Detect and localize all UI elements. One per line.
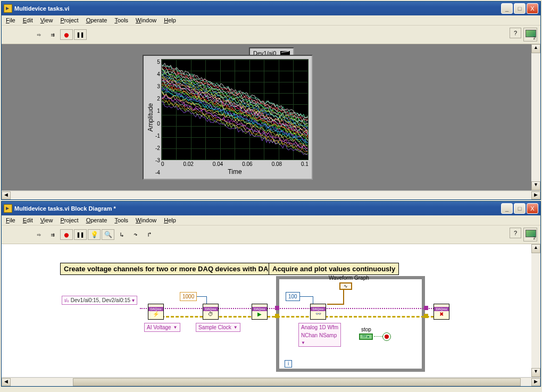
diagram-horizontal-scrollbar[interactable]: ◀ ▶ [2,377,540,386]
loop-tunnel-error-out [424,314,428,318]
daqmx-start-task-node[interactable]: DAQmx▶ [252,304,268,320]
minimize-button[interactable]: _ [501,203,513,214]
block-diagram[interactable]: Create voltage channels for two or more … [2,244,540,377]
daqmx-read-node[interactable]: DAQmx👓 [310,304,326,320]
front-panel: Dev1/ai0 Amplitude 543210-1-2-3-4 00.020… [2,44,540,190]
front-panel-window: Multidevice tasks.vi _ □ X File Edit Vie… [1,1,541,200]
scroll-up-icon[interactable]: ▲ [531,44,540,53]
window-title: Multidevice tasks.vi Block Diagram * [14,205,501,212]
menubar: File Edit View Project Operate Tools Win… [2,215,540,226]
stop-wire [374,336,382,337]
step-into-button[interactable]: ↳ [115,229,128,240]
highlight-exec-button[interactable]: 💡 [88,229,101,240]
menu-tools[interactable]: Tools [114,17,128,23]
menu-help[interactable]: Help [164,17,176,23]
run-button[interactable]: ⇨ [32,229,45,240]
daqmx-clear-task-node[interactable]: DAQmx✖ [433,304,449,320]
scroll-right-icon[interactable]: ▶ [531,378,540,386]
waveform-wire-h [327,304,343,305]
abort-button[interactable]: ● [60,29,73,40]
timing-selector[interactable]: Sample Clock [196,323,240,332]
menu-view[interactable]: View [40,17,53,23]
y-axis-label: Amplitude [147,103,154,131]
waveform-graph-terminal[interactable]: ∿ [339,282,352,290]
loop-condition-icon[interactable] [382,332,391,341]
menu-window[interactable]: Window [136,217,156,223]
run-continuous-button[interactable]: ⇉ [46,229,59,240]
menu-project[interactable]: Project [60,17,78,23]
scroll-left-icon[interactable]: ◀ [2,378,11,386]
daqmx-create-channel-node[interactable]: DAQmx⚡ [148,304,164,320]
vi-file-icon [4,4,12,13]
window-title: Multidevice tasks.vi [14,5,501,12]
scroll-left-icon[interactable]: ◀ [2,191,11,199]
menu-file[interactable]: File [6,217,15,223]
menu-edit[interactable]: Edit [23,17,33,23]
close-button[interactable]: X [527,203,538,214]
run-continuous-button[interactable]: ⇉ [46,29,59,40]
waveform-graph[interactable]: Amplitude 543210-1-2-3-4 00.020.040.060.… [143,55,313,180]
context-help-button[interactable]: ? [510,28,521,38]
toolbar-block: ⇨ ⇉ ● ❚❚ 💡 🔍 ↳ ↷ ↱ ? [2,226,540,244]
titlebar-block[interactable]: Multidevice tasks.vi Block Diagram * _ □… [2,202,540,215]
panel-horizontal-scrollbar[interactable]: ◀ ▶ [2,190,540,199]
stop-label: stop [361,327,371,332]
x-axis-ticks: 00.020.040.060.080.1 [161,161,308,167]
loop-tunnel-task-in [275,306,279,310]
maximize-button[interactable]: □ [514,203,526,214]
scroll-right-icon[interactable]: ▶ [531,191,540,199]
menu-window[interactable]: Window [136,17,156,23]
menu-file[interactable]: File [6,17,15,23]
menu-edit[interactable]: Edit [23,217,33,223]
block-diagram-window: Multidevice tasks.vi Block Diagram * _ □… [1,201,541,387]
abort-button[interactable]: ● [60,229,73,240]
menubar: File Edit View Project Operate Tools Win… [2,15,540,26]
plot-area[interactable] [161,59,308,160]
close-button[interactable]: X [527,3,538,14]
loop-iteration-terminal[interactable]: i [285,360,292,368]
rate-constant[interactable]: 1000 [180,292,197,301]
daqmx-timing-node[interactable]: DAQmx⏱ [203,304,219,320]
step-out-button[interactable]: ↱ [143,229,156,240]
comment-acquire-plot[interactable]: Acquire and plot values continuously [269,263,399,275]
menu-view[interactable]: View [40,217,53,223]
vi-connector-icon[interactable] [523,28,537,41]
loop-tunnel-error-in [275,314,279,318]
pause-button[interactable]: ❚❚ [74,29,87,40]
waveform-graph-label: Waveform Graph [329,275,369,281]
scroll-down-icon[interactable]: ▼ [531,181,540,190]
stop-control-terminal[interactable]: TF ▸ [359,333,373,340]
task-wire [140,308,448,309]
run-button[interactable]: ⇨ [32,29,45,40]
physical-channels-constant[interactable]: I/₀ Dev1/ai0:15, Dev2/ai0:15 ▾ [62,296,137,305]
titlebar-front[interactable]: Multidevice tasks.vi _ □ X [2,2,540,15]
step-over-button[interactable]: ↷ [129,229,142,240]
menu-tools[interactable]: Tools [114,217,128,223]
samples-constant[interactable]: 100 [286,292,300,301]
loop-tunnel-task-out [424,306,428,310]
read-selector[interactable]: Analog 1D WfmNChan NSamp [298,323,341,347]
menu-operate[interactable]: Operate [86,217,107,223]
scroll-up-icon[interactable]: ▲ [531,244,540,253]
menu-help[interactable]: Help [164,217,176,223]
context-help-button[interactable]: ? [510,228,521,238]
y-axis-ticks: 543210-1-2-3-4 [155,59,160,176]
scroll-down-icon[interactable]: ▼ [531,368,540,377]
menu-operate[interactable]: Operate [86,17,107,23]
toolbar-front: ⇨ ⇉ ● ❚❚ ? [2,26,540,44]
minimize-button[interactable]: _ [501,3,513,14]
create-channel-selector[interactable]: AI Voltage [144,323,180,332]
menu-project[interactable]: Project [60,217,78,223]
vi-connector-icon[interactable] [523,228,537,241]
diagram-vertical-scrollbar[interactable]: ▲ ▼ [531,244,540,377]
vi-file-icon [4,204,12,213]
maximize-button[interactable]: □ [514,3,526,14]
pause-button[interactable]: ❚❚ [74,229,87,240]
x-axis-label: Time [161,168,308,176]
retain-wire-button[interactable]: 🔍 [102,229,114,240]
panel-vertical-scrollbar[interactable]: ▲ ▼ [531,44,540,190]
